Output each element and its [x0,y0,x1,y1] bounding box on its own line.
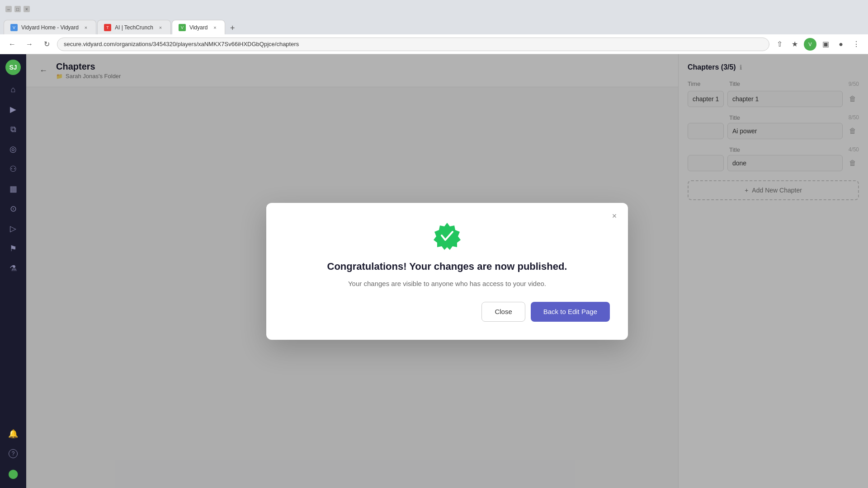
menu-icon[interactable]: ⋮ [850,38,863,51]
tab-label-3: Vidyard [189,24,208,31]
tab-favicon-1: V [10,24,18,31]
close-button[interactable]: Close [481,302,525,322]
tab-techcrunch[interactable]: T AI | TechCrunch × [97,20,171,34]
person-icon: ⊙ [10,204,17,214]
home-icon: ⌂ [11,85,16,94]
chart-icon: ▦ [9,184,17,194]
labs-icon: ⚗ [9,263,17,273]
sidebar-item-home[interactable]: ⌂ [4,80,22,99]
title-bar: – □ × [0,0,868,18]
sidebar-item-education[interactable]: ⚑ [4,239,22,258]
tab-vidyard-home[interactable]: V Vidyard Home - Vidyard × [4,20,96,34]
address-bar[interactable] [57,38,769,51]
tab-favicon-2: T [104,24,111,31]
avatar-initials: SJ [9,64,17,71]
tab-label-2: AI | TechCrunch [115,24,153,31]
sidebar-bottom: 🔔 ? ⬤ [4,425,22,483]
modal-actions: Close Back to Edit Page [284,302,610,322]
tab-close-1[interactable]: × [82,24,90,31]
sidebar-item-person[interactable]: ⊙ [4,200,22,218]
sidebar-item-logo[interactable]: ⬤ [4,465,22,483]
browser-chrome: – □ × V Vidyard Home - Vidyard × T AI | … [0,0,868,54]
new-tab-button[interactable]: + [226,22,239,34]
modal-subtitle: Your changes are visible to anyone who h… [284,280,610,287]
bookmark-icon[interactable]: ★ [788,38,801,51]
avatar: SJ [5,60,21,75]
vidyard-logo-icon: ⬤ [8,468,18,479]
tab-favicon-3: V [179,24,186,31]
puzzle-icon[interactable]: ▣ [819,38,832,51]
sidebar-item-analytics[interactable]: ◎ [4,140,22,158]
back-to-edit-button[interactable]: Back to Edit Page [531,302,610,322]
forward-nav-button[interactable]: → [23,38,36,51]
window-controls: – □ × [5,6,30,12]
sidebar-item-notifications[interactable]: 🔔 [4,425,22,443]
close-window-button[interactable]: × [24,6,30,12]
sidebar-item-chart[interactable]: ▦ [4,180,22,198]
sidebar-item-labs[interactable]: ⚗ [4,259,22,277]
app-layout: SJ ⌂ ▶ ⧉ ◎ ⚇ ▦ ⊙ ▷ ⚑ ⚗ [0,54,868,488]
modal-title: Congratulations! Your changes are now pu… [284,261,610,272]
close-icon: × [612,211,617,221]
sidebar-item-help[interactable]: ? [4,445,22,463]
help-icon: ? [9,449,18,458]
modal-icon-area [284,221,610,250]
play-icon: ▷ [10,224,16,234]
sidebar-item-play[interactable]: ▷ [4,220,22,238]
minimize-button[interactable]: – [5,6,12,12]
share-icon: ⧉ [10,125,16,134]
tabs-bar: V Vidyard Home - Vidyard × T AI | TechCr… [0,18,868,34]
profile-icon[interactable]: ● [835,38,847,51]
bell-icon: 🔔 [8,429,18,439]
analytics-icon: ◎ [9,144,17,154]
sidebar-item-team[interactable]: ⚇ [4,160,22,178]
maximize-button[interactable]: □ [14,6,21,12]
tab-label-1: Vidyard Home - Vidyard [21,24,79,31]
reload-button[interactable]: ↻ [40,38,53,51]
sidebar: SJ ⌂ ▶ ⧉ ◎ ⚇ ▦ ⊙ ▷ ⚑ ⚗ [0,54,26,488]
success-badge [433,221,462,250]
modal-overlay: × Congratulations! Your changes are now … [26,54,868,488]
success-modal: × Congratulations! Your changes are now … [266,203,628,340]
nav-bar: ← → ↻ ⇧ ★ V ▣ ● ⋮ [0,34,868,54]
sidebar-item-share[interactable]: ⧉ [4,120,22,138]
back-nav-button[interactable]: ← [5,38,19,51]
sidebar-item-video[interactable]: ▶ [4,100,22,118]
tab-close-2[interactable]: × [157,24,164,31]
graduation-icon: ⚑ [9,244,17,253]
success-checkmark-icon [433,221,462,250]
nav-icons: ⇧ ★ V ▣ ● ⋮ [773,38,863,51]
tab-close-3[interactable]: × [211,24,218,31]
tab-vidyard-active[interactable]: V Vidyard × [172,20,225,34]
vidyard-ext-icon[interactable]: V [804,38,816,51]
video-icon: ▶ [10,104,16,114]
share-nav-icon[interactable]: ⇧ [773,38,786,51]
modal-close-button[interactable]: × [608,210,621,223]
main-content: ← Chapters 📁 Sarah Jonas's Folder Chapte… [26,54,868,488]
team-icon: ⚇ [9,164,17,174]
